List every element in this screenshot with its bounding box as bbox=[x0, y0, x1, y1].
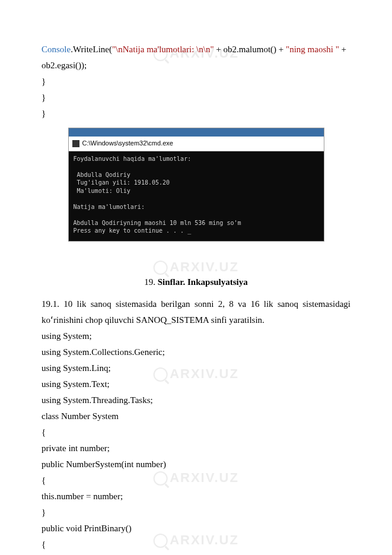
src-line: public NumberSystem(int number) bbox=[42, 456, 350, 472]
src-line: using System; bbox=[42, 328, 350, 344]
code-text: + bbox=[339, 45, 346, 54]
src-line: } bbox=[42, 505, 350, 521]
cmd-icon bbox=[72, 140, 79, 147]
string-literal: "\nNatija ma'lumotlari: \n\n" bbox=[112, 45, 214, 54]
code-line-2: ob2.egasi()); bbox=[42, 58, 350, 74]
console-screenshot: C:\Windows\system32\cmd.exe Foydalanuvch… bbox=[68, 128, 324, 242]
src-line: class Number System bbox=[42, 408, 350, 424]
code-text: .WriteLine( bbox=[71, 45, 112, 54]
string-literal: "ning maoshi " bbox=[286, 45, 339, 54]
watermark-text: ARXIV.UZ bbox=[170, 259, 239, 274]
src-line: { bbox=[42, 424, 350, 440]
keyword-console: Console bbox=[42, 45, 71, 54]
src-line: private int number; bbox=[42, 440, 350, 456]
src-line: public void PrintBinary() bbox=[42, 521, 350, 537]
src-line: this.number = number; bbox=[42, 489, 350, 505]
src-line: using System.Collections.Generic; bbox=[42, 344, 350, 360]
code-text: + ob2.malumot() + bbox=[214, 45, 286, 54]
src-line: { bbox=[42, 472, 350, 489]
src-line: using System.Linq; bbox=[42, 360, 350, 376]
src-line: { bbox=[42, 537, 350, 553]
console-titlebar: C:\Windows\system32\cmd.exe bbox=[69, 137, 324, 151]
console-title-text: C:\Windows\system32\cmd.exe bbox=[82, 138, 173, 150]
heading-title: Sinflar. Inkapsulyatsiya bbox=[158, 277, 248, 287]
console-top-bar bbox=[69, 128, 324, 137]
task-description: 19.1. 10 lik sanoq sistemasida berilgan … bbox=[42, 296, 350, 328]
heading-number: 19. bbox=[144, 277, 158, 287]
code-close-brace: } bbox=[42, 90, 350, 106]
section-heading: 19. Sinflar. Inkapsulyatsiya bbox=[42, 274, 350, 290]
src-line: using System.Threading.Tasks; bbox=[42, 392, 350, 408]
code-close-brace: } bbox=[42, 106, 350, 122]
code-close-brace: } bbox=[42, 74, 350, 90]
src-line: using System.Text; bbox=[42, 376, 350, 392]
code-line-1: Console.WriteLine("\nNatija ma'lumotlari… bbox=[42, 42, 350, 58]
console-output: Foydalanuvchi haqida ma'lumotlar: Abdull… bbox=[69, 151, 324, 241]
